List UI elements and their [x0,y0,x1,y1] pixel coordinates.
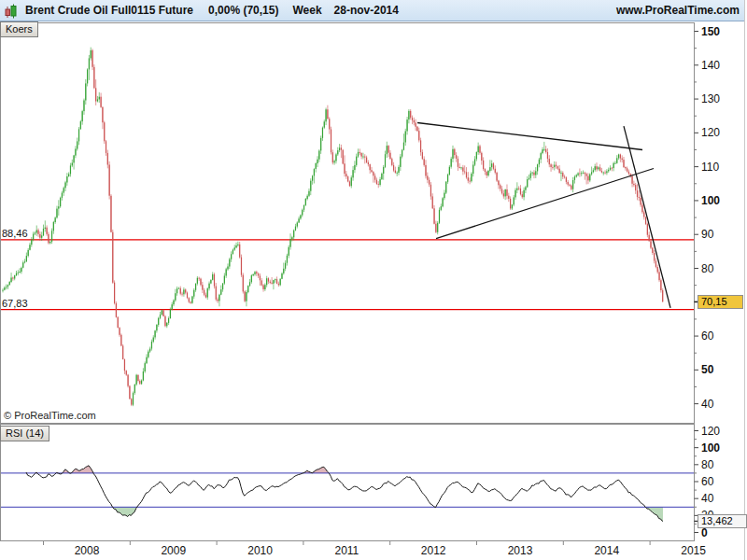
price-pane [1,23,695,424]
year-label: 2011 [334,544,359,557]
rsi-axis-label: 100 [701,441,720,455]
price-axis-label: 100 [701,194,720,207]
price-axis-label: 120 [701,126,720,139]
rsi-value-tag: 13,462 [698,514,747,528]
price-axis-label: 90 [701,228,714,241]
price-axis-label: 60 [701,329,714,343]
level-label-8846: 88,46 [2,228,28,239]
rsi-axis-label: 80 [701,458,714,471]
copyright-watermark: © ProRealTime.com [4,410,96,421]
prorealtime-chart-window: Brent Crude Oil Full0115 Future 0,00% (7… [0,0,747,560]
chart-area[interactable]: 1501401301201101009080706050401201008060… [0,0,747,560]
year-label: 2009 [161,544,186,557]
last-price-tag: 70,15 [698,295,743,309]
price-axis-label: 140 [701,59,720,72]
year-label: 2014 [594,544,619,557]
year-label: 2008 [75,544,100,557]
rsi-axis-label: 40 [701,492,714,505]
level-label-6783: 67,83 [2,298,28,309]
rsi-axis-label: 60 [701,475,714,488]
price-axis-label: 40 [701,398,714,411]
price-axis-label: 50 [701,363,714,376]
year-label: 2010 [247,544,273,557]
year-label: 2013 [508,544,533,557]
price-axis-label: 130 [701,92,720,105]
price-axis-label: 80 [701,262,714,275]
tab-rsi-indicator[interactable]: RSI (14) [0,426,49,441]
tab-price-koers[interactable]: Koers [0,21,38,37]
price-axis-label: 150 [701,25,720,38]
year-label: 2015 [681,544,706,557]
rsi-axis-label: 120 [701,425,720,438]
year-label: 2012 [421,544,446,557]
price-axis-label: 110 [701,161,719,174]
rsi-pane [1,425,695,541]
chart-canvas[interactable]: 1501401301201101009080706050401201008060… [0,0,747,560]
